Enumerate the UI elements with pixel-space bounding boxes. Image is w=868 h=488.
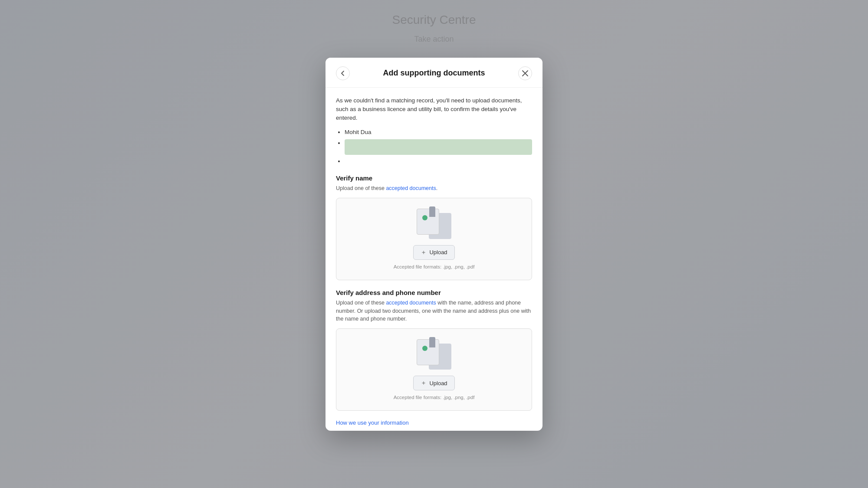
doc-front-layer-2 [417,339,439,365]
verify-name-upload-zone[interactable]: ＋ Upload Accepted file formats: .jpg, .p… [336,198,532,280]
verify-name-upload-button[interactable]: ＋ Upload [413,245,454,260]
verify-name-section: Verify name Upload one of these accepted… [336,174,532,280]
bullet-list: Mohit Dua [336,128,532,166]
verify-name-file-formats: Accepted file formats: .jpg, .png, .pdf [394,264,475,269]
modal-container: Add supporting documents As we couldn't … [326,58,542,431]
verify-address-desc-prefix: Upload one of these [336,300,386,306]
verify-name-desc-suffix: . [436,185,437,191]
doc-icon-2 [417,339,451,370]
verify-name-desc-prefix: Upload one of these [336,185,386,191]
doc-icon [417,209,451,239]
info-link[interactable]: How we use your information [336,419,532,426]
verify-address-title: Verify address and phone number [336,289,532,296]
list-item-3 [345,157,532,166]
verify-address-desc: Upload one of these accepted documents w… [336,299,532,323]
highlighted-list-item [345,139,532,155]
verify-name-accepted-docs-link[interactable]: accepted documents [386,185,436,191]
modal-body: As we couldn't find a matching record, y… [326,88,542,431]
verify-address-section: Verify address and phone number Upload o… [336,289,532,411]
modal-close-button[interactable] [518,66,532,80]
modal-header: Add supporting documents [326,58,542,88]
doc-clip-2 [429,337,435,347]
verify-address-upload-zone[interactable]: ＋ Upload Accepted file formats: .jpg, .p… [336,328,532,411]
doc-clip [429,206,435,217]
doc-front-layer [417,209,439,235]
list-item-2 [345,139,532,155]
doc-circle-2 [422,346,427,351]
upload-plus-icon: ＋ [421,249,427,256]
verify-address-file-formats: Accepted file formats: .jpg, .png, .pdf [394,395,475,400]
verify-address-accepted-docs-link[interactable]: accepted documents [386,300,436,306]
upload-plus-icon-2: ＋ [421,379,427,387]
verify-name-upload-label: Upload [429,249,447,255]
verify-address-upload-label: Upload [429,380,447,386]
intro-text: As we couldn't find a matching record, y… [336,96,532,123]
list-item-1: Mohit Dua [345,128,532,137]
verify-address-upload-button[interactable]: ＋ Upload [413,376,454,390]
modal-title: Add supporting documents [350,69,518,78]
modal-back-icon-button[interactable] [336,66,350,80]
verify-name-title: Verify name [336,174,532,182]
doc-circle [422,215,427,220]
verify-name-desc: Upload one of these accepted documents. [336,184,532,193]
